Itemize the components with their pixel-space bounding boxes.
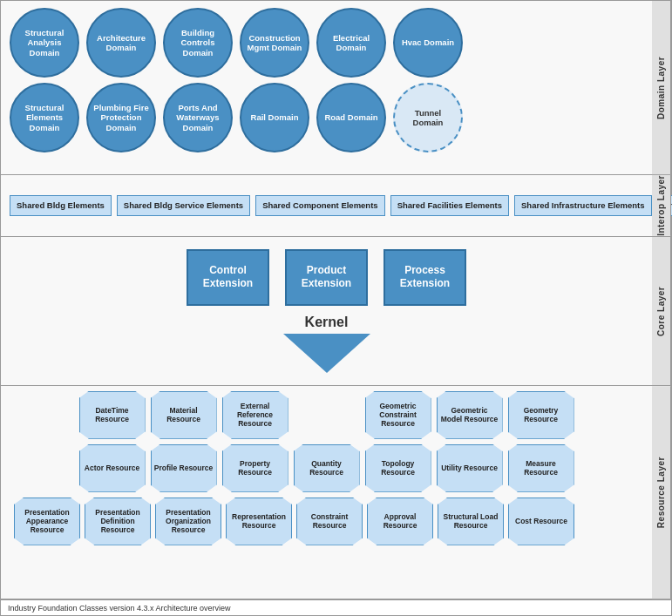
resource-layer-row: DateTime Resource Material Resource Exte… [1,386,671,599]
interop-shared-infrastructure: Shared Infrastructure Elements [514,195,652,216]
res-geometric-model: Geometric Model Resource [437,391,503,439]
res-geometric-constraint: Geometric Constraint Resource [365,391,431,439]
resource-row-3: Presentation Appearance Resource Present… [10,498,643,545]
res-utility: Utility Resource [437,444,503,492]
res-approval: Approval Resource [367,498,433,545]
interop-layer-label: Interop Layer [652,175,671,236]
kernel-label: Kernel [305,315,349,330]
domain-construction-mgmt: Construction Mgmt Domain [240,8,309,78]
domain-building-controls: Building Controls Domain [163,8,233,78]
domain-layer-label: Domain Layer [652,1,671,174]
res-measure: Measure Resource [508,444,574,492]
footer-text: Industry Foundation Classes version 4.3.… [8,604,231,613]
res-structural-load: Structural Load Resource [438,498,504,545]
domain-road: Road Domain [316,83,386,152]
core-product-extension: Product Extension [285,249,368,306]
res-profile: Profile Resource [151,444,217,492]
resource-layer-label: Resource Layer [652,386,671,599]
domain-plumbing: Plumbing Fire Protection Domain [86,83,156,152]
interop-shared-facilities: Shared Facilities Elements [390,195,509,216]
res-material: Material Resource [151,391,217,439]
footer: Industry Foundation Classes version 4.3.… [1,599,671,615]
core-layer-row: Control Extension Product Extension Proc… [1,237,671,386]
res-datetime: DateTime Resource [79,391,146,439]
resource-row-2: Actor Resource Profile Resource Property… [10,444,643,492]
domain-structural-analysis: Structural Analysis Domain [10,8,79,78]
res-presentation-definition: Presentation Definition Resource [85,498,151,545]
res-cost: Cost Resource [508,498,574,545]
domain-layer-content: Structural Analysis Domain Architecture … [1,1,652,174]
domain-ports: Ports And Waterways Domain [163,83,233,152]
domain-rail: Rail Domain [240,83,309,152]
core-layer-label: Core Layer [652,237,671,385]
resource-layer-content: DateTime Resource Material Resource Exte… [1,386,652,599]
res-quantity: Quantity Resource [294,444,360,492]
res-constraint: Constraint Resource [296,498,363,545]
interop-layer-content: Shared Bldg Elements Shared Bldg Service… [1,175,652,236]
domain-layer-row: Structural Analysis Domain Architecture … [1,1,671,175]
res-property: Property Resource [222,444,288,492]
core-extensions: Control Extension Product Extension Proc… [187,249,466,306]
domain-electrical: Electrical Domain [316,8,386,78]
domain-architecture: Architecture Domain [86,8,156,78]
res-actor: Actor Resource [79,444,146,492]
domain-row-1: Structural Analysis Domain Architecture … [10,8,643,78]
domain-row-2: Structural Elements Domain Plumbing Fire… [10,83,643,152]
res-geometry: Geometry Resource [508,391,574,439]
core-control-extension: Control Extension [187,249,269,306]
interop-shared-component: Shared Component Elements [255,195,385,216]
kernel-triangle [283,334,370,373]
interop-layer-row: Shared Bldg Elements Shared Bldg Service… [1,175,671,237]
resource-row-1: DateTime Resource Material Resource Exte… [10,391,643,439]
domain-structural-elements: Structural Elements Domain [10,83,79,152]
res-topology: Topology Resource [365,444,431,492]
interop-shared-bldg-service: Shared Bldg Service Elements [117,195,250,216]
res-external-ref: External Reference Resource [222,391,288,439]
res-representation: Representation Resource [226,498,292,545]
kernel-section: Kernel [283,315,370,373]
domain-hvac: Hvac Domain [393,8,463,78]
domain-tunnel: Tunnel Domain [393,83,463,152]
res-presentation-organization: Presentation Organization Resource [155,498,221,545]
core-process-extension: Process Extension [384,249,466,306]
main-container: Structural Analysis Domain Architecture … [0,0,672,616]
core-layer-content: Control Extension Product Extension Proc… [1,237,652,385]
interop-shared-bldg: Shared Bldg Elements [10,195,112,216]
res-presentation-appearance: Presentation Appearance Resource [14,498,80,545]
